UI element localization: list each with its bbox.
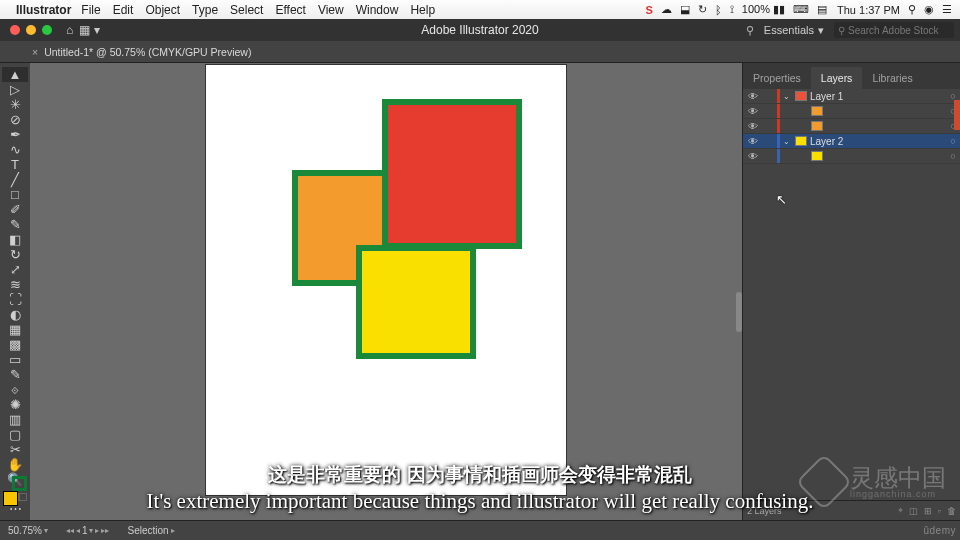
visibility-toggle-icon[interactable]: 👁 <box>743 151 763 162</box>
tab-layers[interactable]: Layers <box>811 67 863 89</box>
paintbrush-tool[interactable]: ✐ <box>2 202 28 217</box>
disclosure-icon[interactable]: ⌄ <box>780 137 792 146</box>
artboard-nav[interactable]: ◂◂ ◂ 1 ▾ ▸ ▸▸ <box>62 525 114 536</box>
artboard-tool[interactable]: ▢ <box>2 427 28 442</box>
layer-row[interactable]: 👁⌄Layer 2○ <box>743 134 960 149</box>
tab-libraries[interactable]: Libraries <box>862 67 922 89</box>
scale-tool[interactable]: ⤢ <box>2 262 28 277</box>
arrange-icon[interactable]: ▦ ▾ <box>79 23 99 37</box>
layer-thumbnail[interactable] <box>795 91 807 101</box>
gradient-tool[interactable]: ▭ <box>2 352 28 367</box>
rotate-tool[interactable]: ↻ <box>2 247 28 262</box>
app-name[interactable]: Illustrator <box>16 3 71 17</box>
stroke-swatch[interactable] <box>12 476 27 491</box>
rectangle-red[interactable] <box>382 99 522 249</box>
fullscreen-button[interactable] <box>42 25 52 35</box>
menu-view[interactable]: View <box>318 3 344 17</box>
menu-object[interactable]: Object <box>145 3 180 17</box>
type-tool[interactable]: T <box>2 157 28 172</box>
eyedropper-tool[interactable]: ✎ <box>2 367 28 382</box>
shaper-tool[interactable]: ✎ <box>2 217 28 232</box>
menu-edit[interactable]: Edit <box>113 3 134 17</box>
status-sync-icon[interactable]: ↻ <box>698 3 707 16</box>
menu-help[interactable]: Help <box>410 3 435 17</box>
layer-child-row[interactable]: 👁○ <box>743 149 960 164</box>
status-spotlight-icon[interactable]: ⚲ <box>908 3 916 16</box>
visibility-toggle-icon[interactable]: 👁 <box>743 121 763 132</box>
menu-window[interactable]: Window <box>356 3 399 17</box>
target-icon[interactable]: ○ <box>946 136 960 146</box>
width-tool[interactable]: ≋ <box>2 277 28 292</box>
pen-tool[interactable]: ✒ <box>2 127 28 142</box>
status-s-icon[interactable]: S <box>645 4 652 16</box>
layer-child-row[interactable]: 👁○ <box>743 119 960 134</box>
column-graph-tool[interactable]: ▥ <box>2 412 28 427</box>
layer-thumbnail[interactable] <box>811 121 823 131</box>
status-bluetooth-icon[interactable]: ᛒ <box>715 4 722 16</box>
slice-tool[interactable]: ✂ <box>2 442 28 457</box>
canvas-area[interactable] <box>30 63 742 520</box>
visibility-toggle-icon[interactable]: 👁 <box>743 91 763 102</box>
lasso-tool[interactable]: ⊘ <box>2 112 28 127</box>
workspace-switcher[interactable]: Essentials ▾ <box>764 24 824 37</box>
create-sublayer-icon[interactable]: ⊞ <box>924 506 932 516</box>
close-button[interactable] <box>10 25 20 35</box>
menu-type[interactable]: Type <box>192 3 218 17</box>
scrollbar-vertical[interactable] <box>736 292 742 332</box>
visibility-toggle-icon[interactable]: 👁 <box>743 136 763 147</box>
artboard[interactable] <box>206 65 566 495</box>
status-battery[interactable]: 100% ▮▮ <box>742 3 785 16</box>
visibility-toggle-icon[interactable]: 👁 <box>743 106 763 117</box>
status-siri-icon[interactable]: ◉ <box>924 3 934 16</box>
layer-thumbnail[interactable] <box>811 151 823 161</box>
make-clipping-mask-icon[interactable]: ◫ <box>909 506 918 516</box>
new-layer-icon[interactable]: ▫ <box>938 506 941 516</box>
rectangle-tool[interactable]: □ <box>2 187 28 202</box>
layer-thumbnail[interactable] <box>795 136 807 146</box>
zoom-level[interactable]: 50.75% ▾ <box>4 525 52 536</box>
layer-row[interactable]: 👁⌄Layer 1○ <box>743 89 960 104</box>
edit-toolbar-icon[interactable]: ⋯ <box>2 501 28 516</box>
status-wifi-icon[interactable]: ⟟ <box>730 3 734 16</box>
status-dropbox-icon[interactable]: ⬓ <box>680 3 690 16</box>
selection-tool[interactable]: ▲ <box>2 67 28 82</box>
menubar-clock[interactable]: Thu 1:37 PM <box>837 4 900 16</box>
layer-name[interactable]: Layer 2 <box>810 136 946 147</box>
status-input-icon[interactable]: ⌨ <box>793 3 809 16</box>
locate-object-icon[interactable]: ⌖ <box>898 505 903 516</box>
perspective-grid-tool[interactable]: ▦ <box>2 322 28 337</box>
bulb-icon[interactable]: ⚲ <box>746 24 754 37</box>
target-icon[interactable]: ○ <box>946 151 960 161</box>
disclosure-icon[interactable]: ⌄ <box>780 92 792 101</box>
curvature-tool[interactable]: ∿ <box>2 142 28 157</box>
line-tool[interactable]: ╱ <box>2 172 28 187</box>
direct-selection-tool[interactable]: ▷ <box>2 82 28 97</box>
document-tab[interactable]: × Untitled-1* @ 50.75% (CMYK/GPU Preview… <box>32 46 251 58</box>
magic-wand-tool[interactable]: ✳ <box>2 97 28 112</box>
home-icon[interactable]: ⌂ <box>66 23 73 37</box>
mesh-tool[interactable]: ▩ <box>2 337 28 352</box>
delete-layer-icon[interactable]: 🗑 <box>947 506 956 516</box>
toolbox: ▲▷✳⊘✒∿T╱□✐✎◧↻⤢≋⛶◐▦▩▭✎⟐✺▥▢✂✋🔍⋯ <box>0 63 30 520</box>
shape-builder-tool[interactable]: ◐ <box>2 307 28 322</box>
layer-child-row[interactable]: 👁○ <box>743 104 960 119</box>
free-transform-tool[interactable]: ⛶ <box>2 292 28 307</box>
layer-name[interactable]: Layer 1 <box>810 91 946 102</box>
current-tool[interactable]: Selection ▸ <box>123 525 178 536</box>
menu-file[interactable]: File <box>81 3 100 17</box>
eraser-tool[interactable]: ◧ <box>2 232 28 247</box>
hand-tool[interactable]: ✋ <box>2 457 28 472</box>
symbol-sprayer-tool[interactable]: ✺ <box>2 397 28 412</box>
blend-tool[interactable]: ⟐ <box>2 382 28 397</box>
minimize-button[interactable] <box>26 25 36 35</box>
menu-select[interactable]: Select <box>230 3 263 17</box>
stock-search[interactable]: ⚲Search Adobe Stock <box>834 22 954 38</box>
menu-effect[interactable]: Effect <box>275 3 305 17</box>
tab-properties[interactable]: Properties <box>743 67 811 89</box>
status-cloud-icon[interactable]: ☁︎ <box>661 3 672 16</box>
close-tab-icon[interactable]: × <box>32 46 38 58</box>
layer-thumbnail[interactable] <box>811 106 823 116</box>
status-flag-icon[interactable]: ▤ <box>817 3 827 16</box>
status-notifications-icon[interactable]: ☰ <box>942 3 952 16</box>
rectangle-yellow[interactable] <box>356 245 476 359</box>
